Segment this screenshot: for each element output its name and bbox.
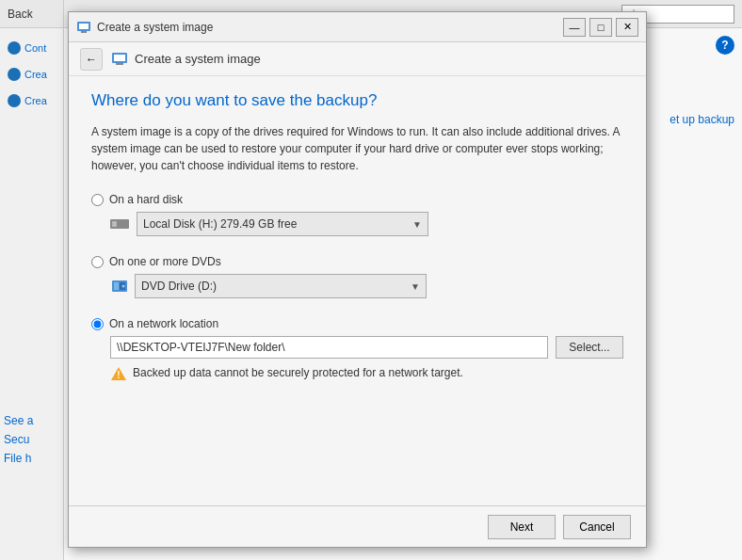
next-label: Next [510,520,534,534]
network-path-input[interactable] [110,336,548,359]
sidebar-item-crea2[interactable]: Crea [4,88,59,113]
shield-icon-3 [8,94,21,107]
close-button[interactable]: ✕ [616,18,638,37]
svg-rect-2 [81,31,87,33]
dvd-dropdown-row: DVD Drive (D:) ▼ [110,274,623,298]
svg-rect-7 [112,221,117,227]
dialog-title: Create a system image [97,21,563,34]
bg-sidebar: Cont Crea Crea See a Secu File h [0,28,63,478]
minimize-button[interactable]: — [563,18,586,37]
hard-disk-section: On a hard disk Local Disk (H:) 279.49 GB… [91,193,623,236]
bg-title-text: Back [8,8,33,21]
dialog-body: Where do you want to save the backup? A … [69,76,646,505]
back-button[interactable]: ← [80,48,103,71]
sidebar-label-crea1: Crea [24,69,47,80]
page-heading: Where do you want to save the backup? [91,91,623,110]
hard-disk-radio[interactable] [91,194,104,206]
titlebar-controls: — □ ✕ [563,18,638,37]
cancel-label: Cancel [579,520,614,534]
sidebar-item-cont[interactable]: Cont [4,36,59,60]
sidebar-label-crea2: Crea [24,95,47,106]
cancel-button[interactable]: Cancel [563,515,631,539]
warning-text: Backed up data cannot be securely protec… [133,366,463,379]
shield-icon-2 [8,68,21,81]
svg-text:!: ! [117,370,120,380]
system-image-title-icon [76,20,91,35]
svg-point-11 [122,285,125,288]
dialog-titlebar: Create a system image — □ ✕ [69,12,646,42]
network-input-row: Select... [110,336,623,359]
sidebar-security[interactable]: Secu [4,433,59,446]
sidebar-file[interactable]: File h [4,452,59,465]
warning-icon: ! [110,366,127,381]
maximize-button[interactable]: □ [589,18,612,37]
help-button[interactable]: ? [716,36,734,55]
select-button[interactable]: Select... [556,336,623,359]
dvd-icon [110,277,129,296]
sidebar-item-crea1[interactable]: Crea [4,62,59,87]
nav-title: Create a system image [135,52,261,66]
bg-titlebar: Back [0,0,63,28]
hard-disk-label[interactable]: On a hard disk [109,193,183,206]
network-section: On a network location Select... ! Backed… [91,317,623,381]
network-label[interactable]: On a network location [109,317,218,330]
network-option-row: On a network location [91,317,623,330]
warning-row: ! Backed up data cannot be securely prot… [110,366,623,381]
dialog-footer: Next Cancel [69,505,646,547]
select-button-label: Select... [569,341,609,354]
setup-backup-link[interactable]: et up backup [669,113,734,126]
dvd-section: On one or more DVDs DVD Drive (D:) ▼ [91,255,623,298]
next-button[interactable]: Next [488,515,556,539]
dvd-dropdown[interactable]: DVD Drive (D:) ▼ [135,274,427,298]
back-arrow-icon: ← [86,53,97,66]
hard-disk-dropdown-row: Local Disk (H:) 279.49 GB free ▼ [110,212,623,236]
hard-disk-dropdown-value: Local Disk (H:) 279.49 GB free [143,217,297,231]
hard-disk-dropdown-arrow: ▼ [412,219,422,230]
dvd-dropdown-value: DVD Drive (D:) [141,280,217,293]
dvd-radio[interactable] [91,256,104,268]
dvd-label[interactable]: On one or more DVDs [109,255,221,268]
hard-disk-dropdown[interactable]: Local Disk (H:) 279.49 GB free ▼ [137,212,428,236]
hard-disk-option-row: On a hard disk [91,193,623,206]
svg-rect-9 [114,282,119,290]
nav-system-image-icon [110,50,129,69]
dvd-dropdown-arrow: ▼ [411,281,420,292]
svg-rect-1 [79,24,89,29]
dvd-option-row: On one or more DVDs [91,255,623,268]
sidebar-label-cont: Cont [24,42,46,54]
background-window-sidebar: Back Cont Crea Crea See a Secu File h [0,0,64,560]
shield-icon-1 [8,41,21,55]
sidebar-see-also[interactable]: See a [4,414,59,427]
svg-rect-4 [114,55,125,61]
network-radio[interactable] [91,318,104,330]
disk-icon [110,217,131,231]
create-system-image-dialog: Create a system image — □ ✕ ← Create a s… [68,11,647,548]
dialog-nav: ← Create a system image [69,42,646,76]
description-text: A system image is a copy of the drives r… [91,123,623,174]
svg-rect-5 [116,63,123,65]
